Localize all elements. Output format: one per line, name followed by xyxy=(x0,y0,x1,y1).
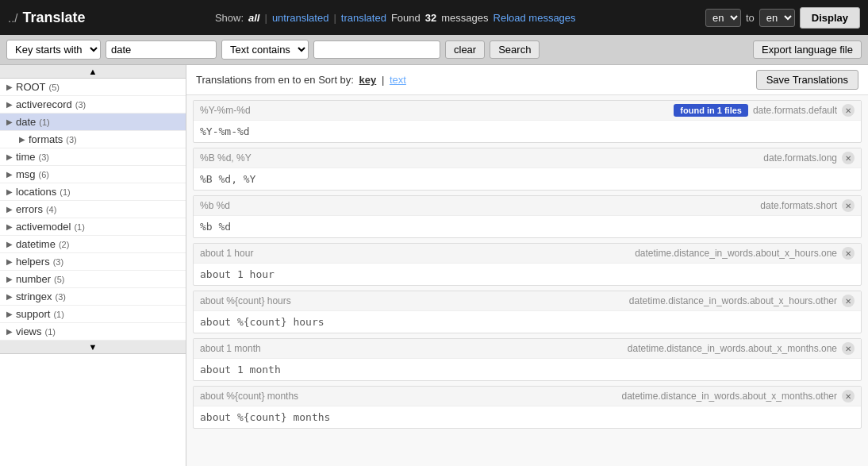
translation-entry: about 1 hour datetime.distance_in_words.… xyxy=(193,243,862,286)
entry-meta: date.formats.long ✕ xyxy=(763,152,855,164)
entry-header: %b %d date.formats.short ✕ xyxy=(194,196,861,216)
sidebar-arrow: ▶ xyxy=(6,275,13,283)
entry-meta: date.formats.short ✕ xyxy=(760,199,855,212)
sidebar-arrow: ▶ xyxy=(6,117,13,126)
sidebar-item-helpers[interactable]: ▶ helpers (3) xyxy=(0,253,186,271)
show-section: Show: all | untranslated | translated Fo… xyxy=(94,12,697,24)
untranslated-link[interactable]: untranslated xyxy=(272,12,329,24)
close-icon[interactable]: ✕ xyxy=(842,295,855,307)
close-icon[interactable]: ✕ xyxy=(842,342,855,355)
sidebar-item-activemodel[interactable]: ▶ activemodel (1) xyxy=(0,218,186,236)
text-filter-input[interactable] xyxy=(313,40,440,59)
sidebar-item-root[interactable]: ▶ ROOT (5) xyxy=(0,79,186,96)
sidebar-item-count: (3) xyxy=(39,152,49,162)
scroll-up-button[interactable]: ▲ xyxy=(0,65,186,79)
found-count: 32 xyxy=(425,12,436,24)
sidebar-item-errors[interactable]: ▶ errors (4) xyxy=(0,201,186,218)
sidebar-item-activerecord[interactable]: ▶ activerecord (3) xyxy=(0,96,186,114)
entry-header: %Y-%m-%d found in 1 files date.formats.d… xyxy=(194,101,861,121)
sidebar-arrow: ▶ xyxy=(6,240,13,248)
entry-value-container xyxy=(194,216,861,237)
entry-meta: datetime.distance_in_words.about_x_month… xyxy=(628,342,855,355)
sidebar-arrow: ▶ xyxy=(6,187,13,196)
export-button[interactable]: Export language file xyxy=(753,40,862,59)
entry-input[interactable] xyxy=(200,364,855,375)
entry-value-container xyxy=(194,406,861,428)
close-icon[interactable]: ✕ xyxy=(842,390,855,402)
back-link[interactable]: ../ xyxy=(8,11,18,25)
sidebar-item-label: errors xyxy=(16,203,43,215)
save-translations-button[interactable]: Save Translations xyxy=(756,70,858,90)
close-icon[interactable]: ✕ xyxy=(842,199,855,212)
sidebar-item-count: (4) xyxy=(46,205,56,214)
entry-meta: datetime.distance_in_words.about_x_month… xyxy=(622,390,855,402)
entry-value-container xyxy=(194,121,861,142)
entry-input[interactable] xyxy=(200,173,855,185)
entry-path: datetime.distance_in_words.about_x_month… xyxy=(628,343,837,354)
sidebar-item-locations[interactable]: ▶ locations (1) xyxy=(0,183,186,201)
reload-link[interactable]: Reload messages xyxy=(494,12,576,24)
entry-input[interactable] xyxy=(200,411,855,423)
found-prefix: Found xyxy=(391,12,421,24)
sidebar-item-number[interactable]: ▶ number (5) xyxy=(0,271,186,288)
translation-entry: %B %d, %Y date.formats.long ✕ xyxy=(193,148,862,191)
lang-from-select[interactable]: en xyxy=(705,9,741,27)
entry-key-display: %B %d, %Y xyxy=(200,152,252,164)
content-header: Translations from en to en Sort by: key … xyxy=(186,65,868,95)
sidebar-item-label: datetime xyxy=(16,238,56,250)
display-button[interactable]: Display xyxy=(800,7,860,29)
entry-meta: found in 1 files date.formats.default ✕ xyxy=(674,104,855,117)
sidebar-arrow: ▶ xyxy=(6,327,13,336)
entry-key-display: about 1 hour xyxy=(200,248,253,259)
sidebar-item-label: views xyxy=(16,325,42,337)
sidebar-arrow: ▶ xyxy=(6,222,13,231)
sidebar-items: ▶ ROOT (5) ▶ activerecord (3) ▶ date (1)… xyxy=(0,79,186,341)
sidebar-item-count: (3) xyxy=(75,100,86,110)
found-messages-label: messages xyxy=(441,12,488,24)
close-icon[interactable]: ✕ xyxy=(842,247,855,260)
sidebar-item-label: formats xyxy=(29,133,63,145)
sidebar-arrow: ▶ xyxy=(6,100,13,109)
text-filter-select[interactable]: Text contains xyxy=(221,40,309,60)
key-filter-input[interactable] xyxy=(106,40,217,59)
entry-header: about %{count} months datetime.distance_… xyxy=(194,387,861,406)
sort-key-link[interactable]: key xyxy=(359,74,377,86)
entry-key-display: %b %d xyxy=(200,200,230,211)
sort-info: Translations from en to en Sort by: key … xyxy=(196,74,406,86)
sidebar-item-datetime[interactable]: ▶ datetime (2) xyxy=(0,236,186,253)
sidebar-item-time[interactable]: ▶ time (3) xyxy=(0,148,186,166)
close-icon[interactable]: ✕ xyxy=(842,152,855,164)
translation-entry: about %{count} hours datetime.distance_i… xyxy=(193,291,862,333)
sidebar-item-formats[interactable]: ▶ formats (3) xyxy=(0,131,186,148)
sidebar-item-count: (1) xyxy=(53,310,63,319)
entry-input[interactable] xyxy=(200,268,855,280)
sidebar-item-msg[interactable]: ▶ msg (6) xyxy=(0,166,186,183)
sidebar-arrow: ▶ xyxy=(6,152,13,161)
sidebar-item-support[interactable]: ▶ support (1) xyxy=(0,306,186,323)
scroll-down-button[interactable]: ▼ xyxy=(0,341,186,354)
clear-button[interactable]: clear xyxy=(445,40,485,59)
sidebar-item-date[interactable]: ▶ date (1) xyxy=(0,114,186,131)
sidebar-item-label: locations xyxy=(16,186,56,198)
search-button[interactable]: Search xyxy=(490,40,540,59)
key-filter-select[interactable]: Key starts with xyxy=(6,40,101,60)
translated-link[interactable]: translated xyxy=(341,12,386,24)
sidebar-item-views[interactable]: ▶ views (1) xyxy=(0,323,186,341)
sidebar-item-label: time xyxy=(16,151,36,163)
entry-key-display: about %{count} hours xyxy=(200,295,291,306)
all-link[interactable]: all xyxy=(248,12,259,24)
lang-to-select[interactable]: en xyxy=(759,9,795,27)
entry-input[interactable] xyxy=(200,221,855,233)
entry-header: about %{count} hours datetime.distance_i… xyxy=(194,291,861,311)
sort-text: Translations from en to en Sort by: xyxy=(196,74,354,86)
sidebar: ▲ ▶ ROOT (5) ▶ activerecord (3) ▶ date (… xyxy=(0,65,186,466)
app-header: ../ Translate Show: all | untranslated |… xyxy=(0,0,868,35)
entry-input[interactable] xyxy=(200,316,855,328)
close-icon[interactable]: ✕ xyxy=(842,104,855,117)
sidebar-arrow: ▶ xyxy=(6,310,13,318)
entry-input[interactable] xyxy=(200,125,855,137)
sidebar-item-label: activerecord xyxy=(16,98,72,110)
sort-text-link[interactable]: text xyxy=(390,74,406,86)
sidebar-arrow: ▶ xyxy=(6,292,13,301)
sidebar-item-stringex[interactable]: ▶ stringex (3) xyxy=(0,288,186,306)
